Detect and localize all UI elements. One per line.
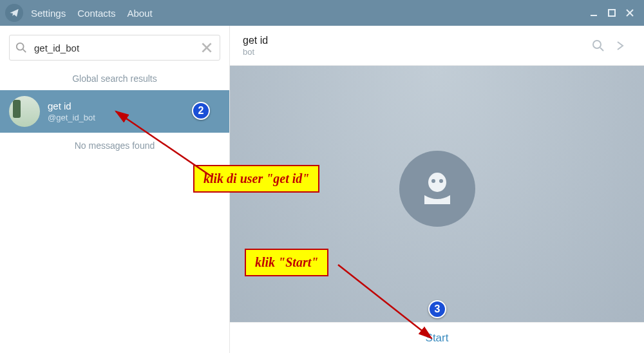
- window-maximize[interactable]: [603, 4, 621, 22]
- menu-settings[interactable]: Settings: [31, 8, 66, 19]
- search-input[interactable]: [9, 35, 220, 61]
- chat-title: get id: [243, 35, 268, 46]
- search-box: [9, 35, 220, 61]
- menu-about[interactable]: About: [127, 8, 152, 19]
- menu-contacts[interactable]: Contacts: [77, 8, 115, 19]
- start-button[interactable]: Start: [426, 332, 449, 345]
- svg-point-10: [428, 173, 446, 192]
- app-logo: [5, 4, 23, 22]
- result-handle: @get_id_bot: [48, 113, 95, 122]
- svg-line-9: [600, 48, 603, 51]
- bot-avatar: [399, 151, 475, 227]
- chat-footer: Start: [230, 322, 644, 353]
- header-more-icon[interactable]: [609, 35, 631, 57]
- result-avatar: [9, 96, 40, 127]
- svg-rect-1: [609, 10, 615, 16]
- result-name: get id: [48, 100, 95, 111]
- header-search-icon[interactable]: [587, 35, 609, 57]
- svg-point-12: [439, 179, 443, 183]
- search-icon: [15, 42, 27, 53]
- svg-line-5: [23, 50, 26, 53]
- search-result-item[interactable]: get id @get_id_bot 2: [0, 90, 229, 133]
- chat-area: [230, 66, 644, 322]
- chat-subtitle: bot: [243, 47, 268, 57]
- callout-start: klik "Start": [245, 249, 328, 276]
- global-search-label: Global search results: [0, 66, 229, 90]
- clear-search-icon[interactable]: [200, 41, 214, 55]
- titlebar: Settings Contacts About: [0, 0, 644, 26]
- window-minimize[interactable]: [585, 4, 603, 22]
- svg-point-8: [593, 41, 601, 48]
- window-close[interactable]: [621, 4, 639, 22]
- chat-header: get id bot: [230, 26, 644, 66]
- svg-point-11: [431, 179, 435, 183]
- svg-point-4: [17, 43, 24, 50]
- step-badge-3: 3: [428, 300, 446, 318]
- step-badge-2: 2: [192, 102, 210, 120]
- no-messages-label: No messages found: [0, 133, 229, 157]
- callout-user: klik di user "get id": [193, 165, 319, 193]
